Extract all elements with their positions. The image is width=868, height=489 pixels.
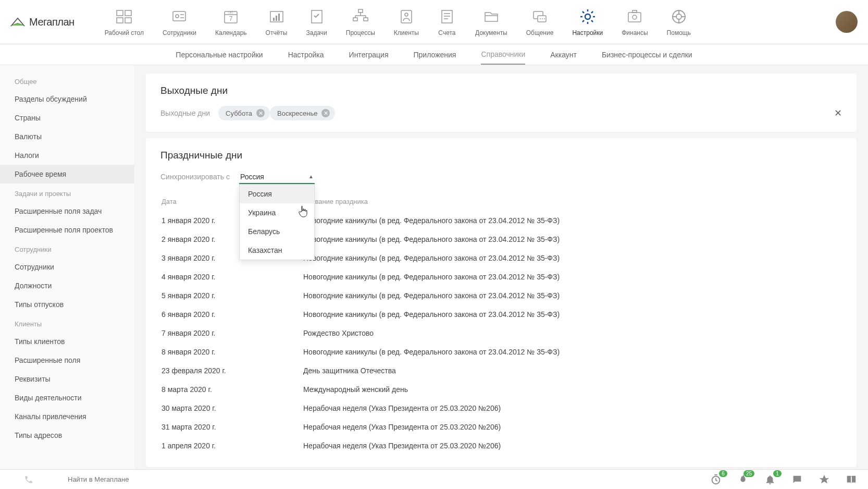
svg-point-33 (540, 18, 541, 19)
nav-item-3[interactable]: Отчёты (256, 7, 297, 36)
nav-label: Календарь (215, 29, 247, 36)
nav-item-6[interactable]: Клиенты (385, 7, 428, 36)
table-row[interactable]: 23 февраля 2020 г.День защитника Отечест… (162, 362, 841, 380)
svg-rect-37 (628, 13, 641, 22)
sidebar-item[interactable]: Налоги (0, 146, 134, 165)
sidebar-item[interactable]: Сотрудники (0, 258, 134, 276)
table-row[interactable]: 6 января 2020 г.Новогодние каникулы (в р… (162, 305, 841, 323)
sidebar-section-header: Общее (0, 71, 134, 90)
svg-point-34 (542, 18, 543, 19)
nav-label: Счета (438, 29, 455, 36)
table-row[interactable]: 1 апреля 2020 г.Нерабочая неделя (Указ П… (162, 437, 841, 455)
dropdown-option[interactable]: Россия (240, 185, 314, 203)
table-row[interactable]: 5 января 2020 г.Новогодние каникулы (в р… (162, 287, 841, 304)
sidebar-item[interactable]: Расширенные поля задач (0, 202, 134, 221)
nav-label: Процессы (346, 29, 375, 36)
logo[interactable]: Мегаплан (10, 16, 75, 28)
bell-badge: 1 (773, 470, 782, 477)
subnav-item-4[interactable]: Справочники (481, 45, 525, 65)
nav-icon (482, 7, 501, 26)
chip-remove-icon[interactable]: ✕ (321, 109, 330, 117)
sidebar-item[interactable]: Страны (0, 108, 134, 127)
nav-item-11[interactable]: Финансы (612, 7, 657, 36)
cell-date: 1 апреля 2020 г. (162, 437, 302, 455)
star-icon[interactable] (818, 473, 830, 486)
nav-item-7[interactable]: Счета (428, 7, 466, 36)
nav-icon (170, 7, 189, 26)
cell-date: 6 января 2020 г. (162, 305, 302, 323)
chip-remove-icon[interactable]: ✕ (256, 109, 265, 117)
table-row[interactable]: 30 марта 2020 г.Нерабочая неделя (Указ П… (162, 399, 841, 417)
sidebar-item[interactable]: Расширенные поля проектов (0, 221, 134, 239)
nav-item-4[interactable]: Задачи (296, 7, 336, 36)
subnav-item-5[interactable]: Аккаунт (550, 45, 577, 64)
cell-date: 30 марта 2020 г. (162, 399, 302, 417)
timer-icon[interactable]: 6 (710, 473, 722, 486)
nav-item-2[interactable]: ОКТ7Календарь (206, 7, 256, 36)
subnav-item-2[interactable]: Интеграция (349, 45, 389, 64)
chat-icon[interactable] (791, 473, 803, 486)
nav-item-12[interactable]: Помощь (658, 7, 700, 36)
weekday-chip[interactable]: Суббота✕ (218, 106, 270, 120)
cell-name: Новогодние каникулы (в ред. Федерального… (303, 287, 841, 304)
sidebar-item[interactable]: Реквизиты (0, 370, 134, 388)
cell-name: Нерабочая неделя (Указ Президента от 25.… (303, 399, 841, 417)
dropdown-option[interactable]: Казахстан (240, 241, 314, 260)
sidebar-item[interactable]: Расширенные поля (0, 351, 134, 370)
global-search-input[interactable] (63, 472, 208, 486)
dropdown-option[interactable]: Беларусь (240, 222, 314, 241)
cell-date: 8 января 2020 г. (162, 343, 302, 361)
subnav-item-1[interactable]: Настройка (288, 45, 324, 64)
nav-item-0[interactable]: Рабочий стол (95, 7, 153, 36)
clear-weekends-button[interactable]: ✕ (834, 107, 842, 119)
table-row[interactable]: 4 января 2020 г.Новогодние каникулы (в р… (162, 268, 841, 286)
table-row[interactable]: 7 января 2020 г.Рождество Христово (162, 324, 841, 342)
subnav-item-0[interactable]: Персональные настройки (176, 45, 263, 64)
nav-item-1[interactable]: Сотрудники (153, 7, 206, 36)
table-row[interactable]: 8 марта 2020 г.Международный женский ден… (162, 381, 841, 398)
svg-text:ОКТ: ОКТ (228, 11, 233, 14)
phone-icon[interactable] (10, 475, 47, 484)
bell-icon[interactable]: 1 (764, 473, 776, 486)
avatar[interactable] (836, 11, 858, 33)
column-name[interactable]: Название праздника (303, 192, 841, 211)
sidebar-item[interactable]: Типы отпусков (0, 295, 134, 314)
nav-label: Клиенты (394, 29, 419, 36)
sidebar-item[interactable]: Виды деятельности (0, 388, 134, 407)
timer-badge: 6 (719, 470, 727, 477)
nav-label: Документы (475, 29, 507, 36)
country-select[interactable]: ▲ РоссияУкраинаБеларусьКазахстан (239, 170, 315, 184)
sidebar-item[interactable]: Разделы обсуждений (0, 90, 134, 108)
sidebar-item[interactable]: Рабочее время (0, 165, 134, 184)
sidebar-item[interactable]: Типы клиентов (0, 332, 134, 351)
weekday-chip[interactable]: Воскресенье✕ (270, 106, 335, 120)
cell-name: Рождество Христово (303, 324, 841, 342)
subnav-item-3[interactable]: Приложения (414, 45, 456, 64)
dropdown-option[interactable]: Украина (240, 203, 314, 222)
table-row[interactable]: 8 января 2020 г.Новогодние каникулы (в р… (162, 343, 841, 361)
table-row[interactable]: 31 марта 2020 г.Нерабочая неделя (Указ П… (162, 418, 841, 436)
sidebar-item[interactable]: Должности (0, 276, 134, 295)
weekends-title: Выходные дни (160, 85, 842, 96)
nav-icon: ОКТ7 (221, 7, 240, 26)
nav-item-10[interactable]: Настройки (563, 7, 612, 36)
nav-item-8[interactable]: Документы (466, 7, 517, 36)
svg-rect-3 (125, 18, 131, 23)
book-icon[interactable] (845, 473, 858, 486)
sidebar-item[interactable]: Каналы привлечения (0, 407, 134, 426)
subnav-item-6[interactable]: Бизнес-процессы и сделки (602, 45, 692, 64)
fire-icon[interactable]: 25 (737, 473, 749, 486)
nav-item-5[interactable]: Процессы (337, 7, 385, 36)
svg-text:7: 7 (229, 15, 233, 22)
nav-item-9[interactable]: Общение (517, 7, 563, 36)
sidebar-item[interactable]: Валюты (0, 127, 134, 146)
svg-point-38 (633, 15, 637, 19)
nav-label: Финансы (622, 29, 648, 36)
nav-icon (530, 7, 549, 26)
cell-date: 4 января 2020 г. (162, 268, 302, 286)
country-select-input[interactable] (239, 170, 315, 184)
svg-rect-17 (358, 9, 363, 13)
nav-icon (578, 7, 597, 26)
sidebar-item[interactable]: Типы адресов (0, 426, 134, 445)
weekends-label: Выходные дни (160, 109, 210, 117)
